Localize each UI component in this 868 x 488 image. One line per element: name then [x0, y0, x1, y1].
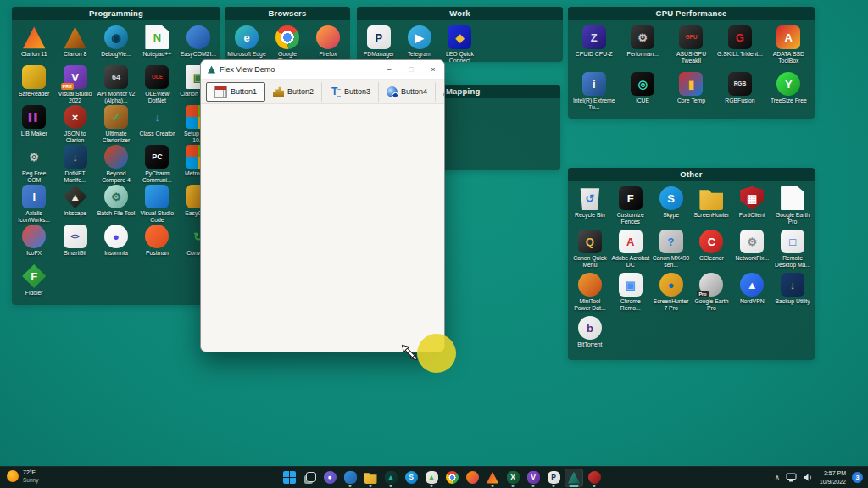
desktop-icon-recycle-bin[interactable]: ↺Recycle Bin	[570, 185, 610, 228]
desktop-icon-firefox[interactable]: Firefox	[308, 24, 348, 60]
fence-title[interactable]: Browsers	[225, 7, 350, 20]
fence-title[interactable]: Programming	[12, 7, 220, 20]
desktop-icon-telegram[interactable]: ▶Telegram	[399, 24, 440, 60]
desktop-icon-google-chrome[interactable]: Google Chrome	[267, 24, 308, 60]
toolbar-button-button3[interactable]: Button3	[322, 82, 379, 102]
desktop-icon-microsoft-edge[interactable]: eMicrosoft Edge	[226, 24, 267, 60]
desktop-icon-customize-fences[interactable]: FCustomize Fences	[610, 185, 651, 228]
desktop-icon-easycom2i[interactable]: EasyCOM2I...	[178, 24, 219, 64]
desktop-icon-nordvpn[interactable]: ▲NordVPN	[732, 271, 772, 314]
taskbar-icon-image-viewer[interactable]: ▲	[422, 469, 441, 487]
taskbar-icon-pdmanager[interactable]: P	[544, 469, 563, 487]
desktop-icon-rgbfusion[interactable]: RGBRGBFusion	[715, 70, 764, 117]
desktop-icon-leo-quick-connect[interactable]: ◆LEO Quick Connect	[440, 24, 481, 60]
desktop-icon-clarion-8[interactable]: Clarion 8	[54, 24, 95, 64]
desktop-icon-dotnet-manife[interactable]: ↓DotNET Manife...	[54, 143, 95, 183]
desktop-icon-axialis-iconworks[interactable]: IAxialis IconWorks...	[14, 183, 54, 223]
desktop-icon-visual-studio-2022[interactable]: VPREVisual Studio 2022	[54, 64, 95, 103]
desktop-icon-adata-ssd-toolbox[interactable]: AADATA SSD ToolBox	[765, 24, 813, 70]
taskbar-icon-visual-studio[interactable]: V	[524, 469, 542, 487]
desktop-icon-screenhunter[interactable]: ScreenHunter	[691, 185, 732, 228]
desktop-icon-pycharm-communi[interactable]: PCPyCharm Communi...	[136, 143, 177, 183]
taskbar-icon-excel[interactable]: X	[504, 469, 522, 487]
toolbar-button-button2[interactable]: Button2	[265, 82, 322, 102]
taskbar-icon-photos[interactable]	[341, 469, 359, 487]
taskbar-icon-start[interactable]	[280, 469, 298, 487]
desktop-icon-fiddler[interactable]: FFiddler	[14, 263, 54, 302]
toolbar-button-button4[interactable]: Button4	[379, 82, 436, 102]
maximize-button[interactable]: □	[400, 60, 422, 79]
desktop-icon-insomnia[interactable]: ●Insomnia	[96, 223, 136, 263]
desktop-icon-performan[interactable]: ⚙Performan...	[618, 24, 666, 70]
desktop-icon-google-earth-pro[interactable]: Google Earth Pro	[772, 185, 813, 228]
desktop-icon-networkfix[interactable]: ⚙NetworkFix...	[732, 228, 772, 271]
photos-icon	[344, 471, 357, 484]
desktop-icon-class-creator[interactable]: ↓Class Creator	[136, 103, 177, 143]
desktop-icon-cpuid-cpu-z[interactable]: ZCPUID CPU-Z	[570, 24, 618, 70]
fence-title[interactable]: Other	[568, 168, 815, 181]
desktop-icon-core-temp[interactable]: ▮Core Temp	[667, 70, 715, 117]
volume-icon[interactable]	[803, 470, 814, 485]
desktop-icon-debugvie[interactable]: ◉DebugVie...	[96, 24, 136, 64]
weather-widget[interactable]: 72°F Sunny	[7, 469, 38, 484]
taskbar-icon-chrome[interactable]	[442, 469, 461, 487]
taskbar-icon-converter[interactable]	[585, 469, 604, 487]
desktop-icon-adobe-acrobat-dc[interactable]: AAdobe Acrobat DC	[610, 228, 651, 271]
taskbar-icon-file-explorer[interactable]	[361, 469, 380, 487]
taskbar-icon-skype[interactable]: S	[402, 469, 420, 487]
desktop-icon-icue[interactable]: ◎iCUE	[618, 70, 666, 117]
desktop-icon-api-monitor-v2-alpha[interactable]: 64API Monitor v2 (Alpha)...	[96, 64, 136, 103]
desktop-icon-reg-free-com[interactable]: ⚙Reg Free COM	[14, 143, 54, 183]
desktop-icon-canon-quick-menu[interactable]: QCanon Quick Menu	[570, 228, 610, 271]
fence-title[interactable]: CPU Performance	[568, 7, 815, 20]
desktop-icon-icofx[interactable]: IcoFX	[14, 223, 54, 263]
taskbar-icon-flex-view-demo[interactable]	[565, 469, 583, 487]
desktop-icon-ccleaner[interactable]: CCCleaner	[691, 228, 732, 271]
close-button[interactable]: ×	[422, 60, 444, 79]
notification-badge[interactable]: 3	[852, 472, 863, 483]
desktop-icon-postman[interactable]: Postman	[136, 223, 177, 263]
desktop-icon-inkscape[interactable]: ▲Inkscape	[54, 183, 95, 223]
desktop-icon-minitool-power-dat[interactable]: MiniTool Power Dat...	[570, 271, 610, 314]
minimize-button[interactable]: –	[378, 60, 400, 79]
taskbar-icon-dark-app[interactable]: ▲	[381, 469, 400, 487]
desktop-icon-remote-desktop-ma[interactable]: □Remote Desktop Ma...	[772, 228, 813, 271]
taskbar-icon-chat[interactable]: ●	[320, 469, 339, 487]
desktop-icon-intel-r-extreme-tu[interactable]: iIntel(R) Extreme Tu...	[570, 70, 618, 117]
desktop-icon-bittorrent[interactable]: bBitTorrent	[570, 314, 610, 358]
desktop-icon-g-skill-trident[interactable]: GG.SKILL Trident...	[715, 24, 764, 70]
desktop-icon-safereader[interactable]: SafeReader	[14, 64, 54, 103]
desktop-icon-json-to-clarion[interactable]: ×JSON to Clarion	[54, 103, 95, 143]
toolbar-button-button5[interactable]: Button5	[436, 82, 444, 102]
desktop-icon-backup-utility[interactable]: ↓Backup Utility	[772, 271, 813, 314]
desktop-icon-oleview-dotnet[interactable]: OLEOLEView DotNet	[136, 64, 177, 103]
taskbar-icon-task-view[interactable]	[300, 469, 319, 487]
desktop-icon-screenhunter-7-pro[interactable]: ●ScreenHunter 7 Pro	[651, 271, 692, 314]
desktop-icon-chrome-remo[interactable]: ▣Chrome Remo...	[610, 271, 651, 314]
desktop-icon-notepad[interactable]: NNotepad++	[136, 24, 177, 64]
desktop-icon-treesize-free[interactable]: YTreeSize Free	[765, 70, 813, 117]
taskbar-icon-clarion[interactable]	[483, 469, 502, 487]
desktop-icon-visual-studio-code[interactable]: Visual Studio Code	[136, 183, 177, 223]
tray-clock[interactable]: 3:57 PM 10/9/2022	[820, 469, 846, 485]
desktop-icon-smartgit[interactable]: <>SmartGit	[54, 223, 95, 263]
desktop-icon-clarion-11[interactable]: Clarion 11	[14, 24, 54, 64]
fence-title[interactable]: Work	[357, 7, 563, 20]
desktop-icon-forticlient[interactable]: ▦FortiClient	[732, 185, 772, 228]
desktop-icon-asus-gpu-tweakii[interactable]: GPUASUS GPU TweakII	[667, 24, 715, 70]
desktop-icon-ultimate-clarionizer[interactable]: ✓Ultimate Clarionizer	[96, 103, 136, 143]
desktop-icon-beyond-compare-4[interactable]: Beyond Compare 4	[96, 143, 136, 183]
toolbar-button-button1[interactable]: Button1	[206, 82, 265, 102]
desktop-icon-canon-mx490-sen[interactable]: ?Canon MX490 sen...	[651, 228, 692, 271]
desktop-icon-pdmanager[interactable]: PPDManager	[359, 24, 399, 60]
clarion-11-icon	[22, 25, 46, 49]
desktop-icon-skype[interactable]: SSkype	[651, 185, 692, 228]
image-viewer-icon: ▲	[426, 471, 438, 484]
taskbar-icon-firefox[interactable]	[463, 469, 481, 487]
desktop-icon-lib-maker[interactable]: ▌▌LIB Maker	[14, 103, 54, 143]
desktop-icon-batch-file-tool[interactable]: ⚙Batch File Tool	[96, 183, 136, 223]
network-icon[interactable]	[786, 470, 797, 485]
window-titlebar[interactable]: Flex View Demo – □ ×	[201, 60, 444, 80]
tray-chevron-icon[interactable]: ∧	[775, 474, 780, 481]
desktop-icon-google-earth-pro[interactable]: ProGoogle Earth Pro	[691, 271, 732, 314]
